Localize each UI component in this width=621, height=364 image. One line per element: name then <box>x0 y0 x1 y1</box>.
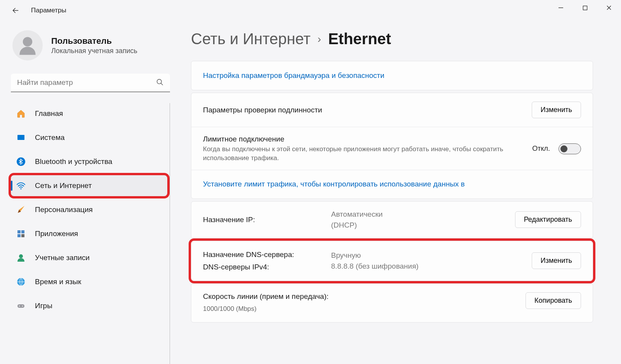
speed-label: Скорость линии (прием и передача): <box>203 292 526 301</box>
avatar <box>12 30 43 60</box>
svg-point-15 <box>19 305 20 306</box>
brush-icon <box>16 205 26 214</box>
card-firewall: Настройка параметров брандмауэра и безоп… <box>191 61 593 90</box>
arrow-left-icon <box>12 7 19 14</box>
ip-edit-button[interactable]: Редактировать <box>515 211 581 228</box>
nav-label: Главная <box>35 109 63 118</box>
nav-label: Приложения <box>35 229 78 238</box>
nav-label: Время и язык <box>35 278 81 286</box>
row-speed: Скорость линии (прием и передача): 1000/… <box>191 284 593 322</box>
sidebar-item-system[interactable]: Система <box>11 127 167 148</box>
user-name: Пользователь <box>51 36 137 46</box>
system-icon <box>16 133 26 142</box>
minimize-button[interactable] <box>549 0 573 16</box>
maximize-icon <box>583 5 588 10</box>
svg-point-16 <box>22 305 23 306</box>
maximize-button[interactable] <box>573 0 597 16</box>
svg-point-2 <box>23 37 32 46</box>
toggle-state-label: Откл. <box>532 145 550 153</box>
search-input[interactable] <box>11 74 170 92</box>
titlebar: Параметры <box>0 0 621 21</box>
ip-value-1: Автоматически <box>331 210 515 219</box>
svg-rect-10 <box>17 234 21 237</box>
speed-copy-button[interactable]: Копировать <box>526 292 581 309</box>
nav-label: Сеть и Интернет <box>35 181 92 190</box>
sidebar-item-time[interactable]: Время и язык <box>11 271 167 292</box>
svg-point-7 <box>20 188 21 189</box>
nav-label: Bluetooth и устройства <box>35 157 112 166</box>
gamepad-icon <box>16 301 26 311</box>
row-auth: Параметры проверки подлинности Изменить <box>191 93 593 127</box>
svg-rect-14 <box>17 304 24 308</box>
dns-value-2: 8.8.8.8 (без шифрования) <box>331 262 532 271</box>
user-block[interactable]: Пользователь Локальная учетная запись <box>11 30 170 60</box>
user-subtitle: Локальная учетная запись <box>51 47 137 55</box>
sidebar-item-apps[interactable]: Приложения <box>11 223 167 244</box>
breadcrumb-parent[interactable]: Сеть и Интернет <box>191 30 310 48</box>
globe-icon <box>16 277 26 286</box>
dns-label-2: DNS-серверы IPv4: <box>203 263 331 271</box>
sidebar-item-gaming[interactable]: Игры <box>11 295 167 316</box>
nav-label: Учетные записи <box>35 254 90 262</box>
home-icon <box>16 109 26 118</box>
wifi-icon <box>16 181 26 190</box>
close-icon <box>606 5 612 10</box>
sidebar-item-personalization[interactable]: Персонализация <box>11 199 167 220</box>
dns-value-1: Вручную <box>331 251 532 260</box>
nav-label: Игры <box>35 302 52 310</box>
back-button[interactable] <box>9 4 22 17</box>
svg-rect-11 <box>21 234 24 237</box>
dns-change-button[interactable]: Изменить <box>532 252 581 269</box>
data-limit-link[interactable]: Установите лимит трафика, чтобы контроли… <box>203 180 465 188</box>
row-metered: Лимитное подключение Когда вы подключены… <box>191 127 593 170</box>
apps-icon <box>16 229 26 238</box>
metered-desc: Когда вы подключены к этой сети, некотор… <box>203 145 520 163</box>
breadcrumb-current: Ethernet <box>328 30 391 48</box>
sidebar-item-accounts[interactable]: Учетные записи <box>11 247 167 268</box>
sidebar-item-home[interactable]: Главная <box>11 103 167 124</box>
svg-line-4 <box>161 83 163 85</box>
metered-title: Лимитное подключение <box>203 135 520 143</box>
card-settings: Параметры проверки подлинности Изменить … <box>191 93 593 199</box>
sidebar: Пользователь Локальная учетная запись Гл… <box>0 21 177 364</box>
svg-point-12 <box>19 254 23 258</box>
dns-label-1: Назначение DNS-сервера: <box>203 250 331 259</box>
minimize-icon <box>558 5 564 10</box>
row-dns: Назначение DNS-сервера: DNS-серверы IPv4… <box>191 241 593 281</box>
main-content: Сеть и Интернет › Ethernet Настройка пар… <box>177 21 621 364</box>
sidebar-item-bluetooth[interactable]: Bluetooth и устройства <box>11 151 167 172</box>
card-ip: Назначение IP: Автоматически (DHCP) Реда… <box>191 201 593 238</box>
card-dns: Назначение DNS-сервера: DNS-серверы IPv4… <box>191 241 593 281</box>
card-speed: Скорость линии (прием и передача): 1000/… <box>191 283 593 323</box>
svg-rect-1 <box>583 6 587 10</box>
svg-rect-9 <box>21 230 24 233</box>
auth-label: Параметры проверки подлинности <box>203 106 322 114</box>
ip-value-2: (DHCP) <box>331 221 515 229</box>
svg-rect-8 <box>17 230 21 233</box>
window-controls <box>549 0 621 16</box>
sidebar-item-network[interactable]: Сеть и Интернет <box>11 175 167 196</box>
search-box <box>11 74 170 92</box>
nav-label: Система <box>35 133 65 142</box>
user-icon <box>16 34 39 57</box>
ip-label: Назначение IP: <box>203 216 331 224</box>
auth-change-button[interactable]: Изменить <box>532 102 581 118</box>
accounts-icon <box>16 253 26 262</box>
row-limit-link: Установите лимит трафика, чтобы контроли… <box>191 170 593 198</box>
chevron-right-icon: › <box>317 33 321 45</box>
svg-rect-5 <box>17 135 24 140</box>
svg-point-3 <box>157 79 162 84</box>
nav: Главная Система Bluetooth и устройства С… <box>11 103 170 364</box>
search-icon <box>156 78 164 88</box>
nav-label: Персонализация <box>35 205 93 214</box>
breadcrumb: Сеть и Интернет › Ethernet <box>191 30 593 48</box>
firewall-link[interactable]: Настройка параметров брандмауэра и безоп… <box>203 71 384 80</box>
close-button[interactable] <box>597 0 621 16</box>
row-ip: Назначение IP: Автоматически (DHCP) Реда… <box>191 202 593 238</box>
app-title: Параметры <box>31 7 66 14</box>
bluetooth-icon <box>16 157 26 166</box>
speed-value: 1000/1000 (Mbps) <box>203 305 526 314</box>
metered-toggle[interactable] <box>559 143 581 154</box>
